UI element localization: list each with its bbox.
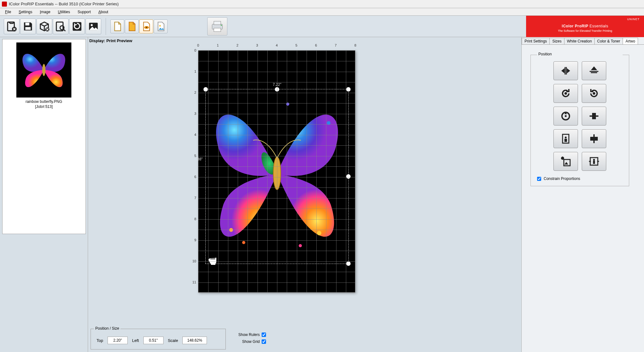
position-size-box: Position / Size Top Left Scale <box>91 329 226 349</box>
svg-point-39 <box>593 159 595 161</box>
handle-e[interactable] <box>346 174 351 179</box>
ruler-top: 012345678 <box>198 43 358 50</box>
window-title: IColor ProRIP Essentials -- Build 3510 (… <box>9 2 119 6</box>
svg-rect-36 <box>564 159 570 166</box>
handle-se[interactable] <box>346 261 351 266</box>
fit-page-button[interactable] <box>553 129 578 148</box>
recycle-button[interactable] <box>69 19 85 34</box>
menu-image[interactable]: Image <box>36 9 54 15</box>
svg-point-12 <box>159 25 161 26</box>
brand-essentials: Essentials <box>590 24 608 28</box>
scale-label: Scale <box>168 338 178 343</box>
rotate-ccw-button[interactable] <box>553 84 578 103</box>
menu-about[interactable]: About <box>95 9 112 15</box>
close-job-button[interactable] <box>4 19 19 34</box>
svg-rect-40 <box>593 161 595 164</box>
svg-point-26 <box>593 92 595 95</box>
svg-rect-14 <box>214 21 221 25</box>
position-panel: Position Constrain Proportions <box>530 55 629 186</box>
handle-nw[interactable] <box>203 87 208 92</box>
position-size-legend: Position / Size <box>94 326 120 331</box>
svg-rect-3 <box>25 27 31 30</box>
mirror-vertical-button[interactable] <box>582 61 606 80</box>
settings-tabs: Print SettingsSizesWhite CreationColor &… <box>522 37 644 45</box>
show-grid-label: Show Grid <box>231 339 260 344</box>
center-vertical-button[interactable] <box>582 129 606 148</box>
brand-uninet: UNINET <box>627 18 640 21</box>
save-button[interactable] <box>20 19 36 34</box>
left-label: Left <box>132 338 139 343</box>
svg-rect-29 <box>592 113 596 115</box>
tab-sizes[interactable]: Sizes <box>549 38 564 44</box>
svg-rect-33 <box>564 139 567 142</box>
preview-zoom-button[interactable] <box>53 19 69 34</box>
svg-point-32 <box>565 137 567 138</box>
replace-image-button[interactable] <box>553 152 578 171</box>
rotate-cw-button[interactable] <box>582 84 606 103</box>
main-toolbar: UNINET IColor ProRIP Essentials The Soft… <box>0 16 644 37</box>
center-panel: Display: Print Preview 012345678 0123456… <box>88 37 521 352</box>
app-icon <box>2 2 7 7</box>
menu-support[interactable]: Support <box>74 9 95 15</box>
svg-rect-2 <box>25 23 30 25</box>
display-checks: Show Rulers Show Grid <box>231 331 266 345</box>
cursor-icon <box>206 252 219 267</box>
show-rulers-label: Show Rulers <box>231 332 260 337</box>
titlebar: IColor ProRIP Essentials -- Build 3510 (… <box>0 0 644 8</box>
job-filename: rainbow butterfly.PNG <box>25 99 62 104</box>
blank-page-button[interactable] <box>110 20 124 33</box>
center-both-button[interactable] <box>582 152 606 171</box>
job-list[interactable]: rainbow butterfly.PNG[Job#:513] <box>2 39 86 234</box>
job-panel: rainbow butterfly.PNG[Job#:513] <box>0 37 88 352</box>
handle-ne[interactable] <box>346 87 351 92</box>
show-rulers-checkbox[interactable] <box>262 332 266 337</box>
tab-artwo[interactable]: Artwo <box>623 38 638 44</box>
top-label: Top <box>97 338 103 343</box>
selection-height-label: 88" <box>197 157 203 161</box>
menu-file[interactable]: File <box>1 9 15 15</box>
tab-print-settings[interactable]: Print Settings <box>522 38 550 44</box>
display-title: Display: Print Preview <box>89 38 132 43</box>
position-legend: Position <box>537 52 623 56</box>
svg-rect-34 <box>590 137 593 141</box>
svg-point-28 <box>565 115 567 117</box>
job-thumbnail[interactable] <box>16 42 71 98</box>
preview-eye-button[interactable] <box>139 20 153 33</box>
mirror-horizontal-button[interactable] <box>553 61 578 80</box>
constrain-label: Constrain Proportions <box>544 176 580 181</box>
scale-input[interactable] <box>182 337 207 344</box>
image-button[interactable] <box>86 19 101 34</box>
svg-rect-35 <box>595 137 598 141</box>
show-grid-checkbox[interactable] <box>262 339 266 344</box>
tab-color-toner[interactable]: Color & Toner <box>594 38 623 44</box>
print-button[interactable] <box>207 17 227 36</box>
right-panel: Print SettingsSizesWhite CreationColor &… <box>521 37 644 352</box>
menubar: File Settings Image Utilities Support Ab… <box>0 8 644 16</box>
menu-settings[interactable]: Settings <box>15 9 36 15</box>
svg-point-17 <box>42 64 46 76</box>
svg-point-16 <box>221 25 222 26</box>
top-input[interactable] <box>108 337 128 344</box>
ruler-left: 01234567891011 <box>186 50 198 294</box>
center-horizontal-button[interactable] <box>582 107 606 126</box>
brand-prorip: ProRIP <box>574 24 589 28</box>
brand-banner: UNINET IColor ProRIP Essentials The Soft… <box>526 16 644 37</box>
svg-rect-15 <box>214 28 221 31</box>
image-page-button[interactable] <box>154 20 168 33</box>
menu-utilities[interactable]: Utilities <box>54 9 74 15</box>
left-input[interactable] <box>143 337 164 344</box>
brand-tagline: The Software for Elevated Transfer Print… <box>558 29 612 32</box>
tab-white-creation[interactable]: White Creation <box>564 38 595 44</box>
constrain-checkbox[interactable] <box>537 177 541 181</box>
yellow-page-button[interactable] <box>125 20 139 33</box>
svg-point-9 <box>91 24 93 26</box>
brand-icolor: IColor <box>562 24 574 28</box>
reset-rotate-button[interactable] <box>553 107 578 126</box>
job-id: [Job#:513] <box>35 104 53 109</box>
svg-point-25 <box>564 92 567 95</box>
canvas-container: 012345678 01234567891011 <box>186 43 358 294</box>
svg-point-11 <box>146 27 147 28</box>
svg-rect-30 <box>592 117 596 119</box>
artboard[interactable]: 7.22" 88" <box>198 50 355 293</box>
package-button[interactable] <box>36 19 52 34</box>
